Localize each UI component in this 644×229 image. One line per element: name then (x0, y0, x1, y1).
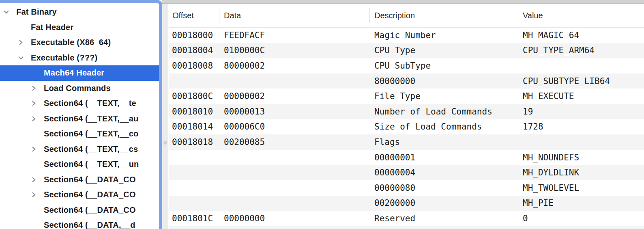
cell-value: 0 (523, 211, 528, 226)
column-header-description: Description (374, 4, 415, 27)
tree-item-label: Section64 (__DATA_CO (44, 205, 136, 215)
cell-description: CPU SubType (374, 58, 431, 73)
cell-description: 00000001 (374, 150, 415, 165)
cell-value: 19 (523, 104, 533, 119)
cell-offset: 00018014 (172, 119, 213, 135)
cell-description: 00200000 (374, 196, 415, 211)
cell-value: MH_DYLDLINK (523, 165, 579, 180)
splitter-handle-dot[interactable] (163, 141, 167, 145)
tree-item[interactable]: Fat Binary (0, 4, 159, 20)
tree-item-label: Load Commands (44, 84, 111, 93)
cell-description: Number of Load Commands (374, 104, 492, 119)
tree-item-label: Section64 (__TEXT,__cs (44, 145, 138, 154)
table-row[interactable]: 00000080 MH_TWOLEVEL (169, 180, 644, 196)
chevron-right-icon[interactable] (31, 100, 37, 106)
tree-item[interactable]: Section64 (__TEXT,__au (0, 111, 159, 127)
cell-offset: 00018018 (172, 134, 213, 150)
column-divider (369, 8, 370, 23)
table-row[interactable]: 00018004 0100000C CPU Type CPU_TYPE_ARM6… (169, 43, 644, 58)
tree-item-label: Mach64 Header (44, 68, 104, 78)
table-row[interactable]: 0001800C 00000002 File Type MH_EXECUTE (169, 89, 644, 104)
table-row[interactable]: 00000004 MH_DYLDLINK (169, 165, 644, 180)
tree-item-label: Executable (X86_64) (31, 38, 111, 47)
table-row[interactable]: 00000001 MH_NOUNDEFS (169, 150, 644, 165)
cell-value: CPU_TYPE_ARM64 (523, 43, 595, 58)
cell-value: MH_PIE (523, 196, 554, 211)
tree-item-label: Section64 (__TEXT,__au (44, 114, 138, 123)
tree-item[interactable]: Section64 (__TEXT,__te (0, 96, 159, 111)
cell-value: MH_MAGIC_64 (523, 28, 579, 43)
chevron-right-icon[interactable] (18, 39, 24, 45)
column-header-offset: Offset (172, 4, 194, 27)
table-header-row: Offset Data Description Value (169, 4, 644, 28)
chevron-right-icon[interactable] (31, 177, 37, 183)
cell-description: 80000000 (374, 73, 415, 89)
chevron-right-icon[interactable] (31, 116, 37, 122)
table-row[interactable]: 00200000 MH_PIE (169, 196, 644, 211)
cell-description: Magic Number (374, 28, 436, 43)
column-header-value: Value (523, 4, 543, 27)
cell-data: 0100000C (224, 43, 265, 58)
column-divider (518, 8, 518, 23)
table-row[interactable]: 00018010 00000013 Number of Load Command… (169, 104, 644, 119)
column-divider (219, 8, 219, 23)
table-row[interactable]: 0001801C 00000000 Reserved 0 (169, 211, 644, 226)
tree-item-label: Executable (???) (31, 53, 97, 63)
pane-splitter[interactable] (162, 4, 168, 229)
tree-item[interactable]: Section64 (__TEXT,__un (0, 157, 159, 172)
tree-item[interactable]: Mach64 Header (0, 65, 159, 81)
cell-value: CPU_SUBTYPE_LIB64 (523, 73, 610, 89)
chevron-down-icon[interactable] (3, 9, 9, 15)
cell-description: File Type (374, 89, 421, 104)
table-row[interactable]: 00018008 80000002 CPU SubType (169, 58, 644, 73)
tree-item[interactable]: Section64 (__DATA_CO (0, 203, 159, 218)
tree-item-label: Section64 (__DATA_CO (44, 175, 136, 184)
cell-description: CPU Type (374, 43, 415, 58)
tree-item[interactable]: Fat Header (0, 20, 159, 35)
table-row[interactable]: 00018014 000006C0 Size of Load Commands … (169, 119, 644, 135)
tree-item-label: Section64 (__DATA_CO (44, 190, 136, 199)
cell-description: Flags (374, 134, 400, 150)
column-header-data: Data (224, 4, 241, 27)
chevron-right-icon[interactable] (31, 85, 37, 91)
tree-item-label: Section64 (__TEXT,__co (44, 129, 138, 138)
cell-description: Size of Load Commands (374, 119, 482, 135)
tree-item[interactable]: Section64 (__TEXT,__cs (0, 142, 159, 157)
chevron-right-icon[interactable] (31, 192, 37, 198)
cell-offset: 00018008 (172, 58, 213, 73)
machoview-window: Offset Data Description Value 00018000 F… (0, 0, 644, 229)
table-body: 00018000 FEEDFACF Magic Number MH_MAGIC_… (169, 28, 644, 226)
table-row[interactable]: 00018018 00200085 Flags (169, 134, 644, 150)
cell-data: 000006C0 (224, 119, 265, 135)
tree-item[interactable]: Load Commands (0, 81, 159, 96)
cell-data: 00200085 (224, 134, 265, 150)
tree-item[interactable]: Section64 (__TEXT,__co (0, 126, 159, 142)
header-fields-pane: Offset Data Description Value 00018000 F… (169, 4, 644, 229)
cell-offset: 00018000 (172, 28, 213, 43)
cell-offset: 00018010 (172, 104, 213, 119)
tree-item-label: Fat Binary (16, 7, 57, 17)
table-row[interactable]: 00018000 FEEDFACF Magic Number MH_MAGIC_… (169, 28, 644, 43)
tree-item[interactable]: Executable (X86_64) (0, 35, 159, 50)
tree-item[interactable]: Section64 (__DATA,__d (0, 218, 159, 229)
cell-description: 00000004 (374, 165, 415, 180)
tree-item[interactable]: Executable (???) (0, 50, 159, 66)
chevron-right-icon[interactable] (31, 146, 37, 152)
cell-data: 00000000 (224, 211, 265, 226)
tree-item-label: Section64 (__DATA,__d (44, 220, 135, 229)
tree-item-label: Fat Header (31, 23, 73, 32)
tree-item[interactable]: Section64 (__DATA_CO (0, 187, 159, 203)
table-row[interactable]: 80000000 CPU_SUBTYPE_LIB64 (169, 73, 644, 89)
tree-item[interactable]: Section64 (__DATA_CO (0, 172, 159, 188)
cell-offset: 00018004 (172, 43, 213, 58)
partially-visible-next-row (169, 226, 644, 229)
cell-offset: 0001800C (172, 89, 213, 104)
sidebar-tree-pane: Fat Binary Fat Header Executable (X86_64… (0, 0, 162, 229)
cell-data: 80000002 (224, 58, 265, 73)
tree-item-label: Section64 (__TEXT,__te (44, 99, 136, 108)
tree-item-label: Section64 (__TEXT,__un (44, 160, 139, 169)
cell-data: 00000013 (224, 104, 265, 119)
cell-offset: 0001801C (172, 211, 213, 226)
cell-data: 00000002 (224, 89, 265, 104)
chevron-down-icon[interactable] (18, 55, 24, 61)
